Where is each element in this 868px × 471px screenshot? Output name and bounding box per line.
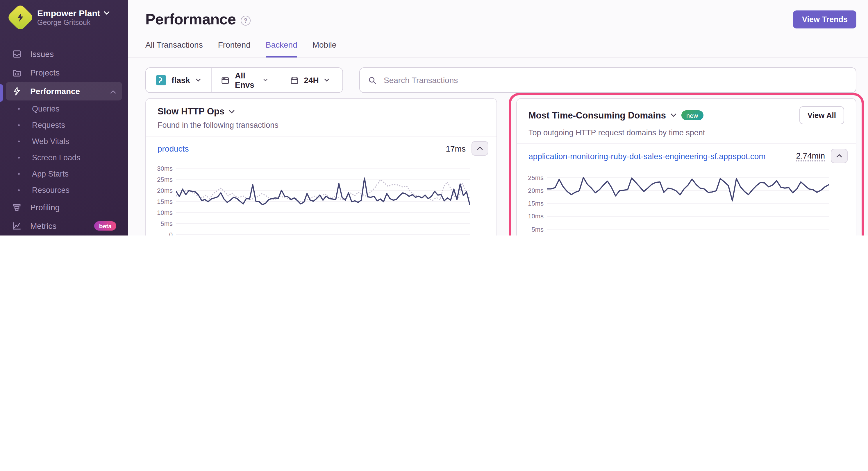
bullet-icon — [18, 157, 20, 158]
sidebar-item-requests[interactable]: Requests — [6, 117, 122, 133]
org-switcher[interactable]: Empower Plant George Gritsouk — [0, 0, 128, 33]
domains-chart: 25ms20ms15ms10ms5ms0 — [517, 168, 856, 236]
lightning-bolt-icon — [15, 12, 26, 23]
search-input[interactable] — [382, 75, 848, 86]
sidebar-item-screen-loads[interactable]: Screen Loads — [6, 149, 122, 166]
sidebar: Empower Plant George Gritsouk Issues Pro… — [0, 0, 128, 236]
filter-bar: flask All Envs 24H — [145, 67, 856, 93]
sidebar-item-profiling[interactable]: Profiling — [6, 198, 122, 216]
domains-panel-subtitle: Top outgoing HTTP request domains by tim… — [528, 128, 844, 137]
tab-all-transactions[interactable]: All Transactions — [145, 40, 203, 58]
org-user: George Gritsouk — [37, 19, 110, 27]
search-transactions-box — [359, 67, 856, 93]
sidebar-item-label: Screen Loads — [32, 153, 81, 162]
sidebar-item-projects[interactable]: Projects — [6, 63, 122, 82]
bullet-icon — [18, 173, 20, 174]
beta-badge: beta — [94, 221, 116, 231]
projects-icon — [12, 67, 22, 78]
chevron-down-icon — [228, 109, 235, 113]
collapse-row-button[interactable] — [471, 141, 488, 156]
slow-http-ops-panel: Slow HTTP Ops Found in the following tra… — [145, 98, 497, 236]
most-time-consuming-domains-panel: Most Time-Consuming Domains new View All… — [516, 98, 856, 236]
window-icon — [221, 76, 230, 85]
slow-http-ops-subtitle: Found in the following transactions — [158, 121, 485, 130]
help-circle-icon[interactable]: ? — [240, 15, 250, 25]
chevron-up-icon — [110, 87, 116, 96]
tab-bar: All Transactions Frontend Backend Mobile — [145, 40, 856, 58]
sidebar-nav: Issues Projects Performance Queries Requ… — [0, 33, 128, 236]
sidebar-item-issues[interactable]: Issues — [6, 45, 122, 63]
time-spent-value: 2.74min — [796, 151, 825, 161]
sidebar-item-performance[interactable]: Performance — [6, 82, 122, 100]
bullet-icon — [18, 108, 20, 109]
date-range-filter-value: 24H — [304, 75, 319, 85]
performance-icon — [12, 86, 22, 96]
org-name: Empower Plant — [37, 8, 100, 18]
bullet-icon — [18, 189, 20, 191]
view-trends-button[interactable]: View Trends — [793, 10, 856, 29]
sidebar-item-label: Web Vitals — [32, 137, 69, 145]
domain-row: application-monitoring-ruby-dot-sales-en… — [517, 144, 856, 168]
active-indicator — [0, 84, 3, 102]
sidebar-item-label: Issues — [30, 49, 54, 59]
metrics-icon — [12, 221, 22, 231]
domains-panel-title[interactable]: Most Time-Consuming Domains — [528, 110, 676, 121]
page-content: flask All Envs 24H — [128, 58, 868, 236]
search-icon — [368, 76, 377, 85]
transaction-row-products: products 17ms — [146, 136, 496, 160]
profiling-icon — [12, 202, 22, 212]
chevron-down-icon — [104, 11, 110, 15]
sidebar-item-label: Resources — [32, 186, 69, 194]
duration-value: 17ms — [446, 144, 466, 153]
date-range-filter[interactable]: 24H — [277, 68, 342, 92]
chevron-down-icon — [195, 78, 201, 82]
y-axis: 25ms20ms15ms10ms5ms0 — [522, 174, 547, 236]
sidebar-item-label: App Starts — [32, 169, 69, 178]
sidebar-item-web-vitals[interactable]: Web Vitals — [6, 133, 122, 149]
project-filter-value: flask — [172, 75, 190, 85]
chevron-down-icon — [670, 113, 676, 117]
calendar-icon — [290, 76, 299, 85]
flask-project-icon — [156, 75, 166, 86]
sidebar-item-label: Requests — [32, 121, 65, 129]
domain-link[interactable]: application-monitoring-ruby-dot-sales-en… — [528, 151, 766, 161]
transaction-link[interactable]: products — [158, 144, 189, 153]
app-window: Empower Plant George Gritsouk Issues Pro… — [0, 0, 868, 236]
tab-frontend[interactable]: Frontend — [218, 40, 251, 58]
view-all-button[interactable]: View All — [799, 106, 844, 124]
sidebar-item-queries[interactable]: Queries — [6, 100, 122, 117]
issues-icon — [12, 49, 22, 59]
chevron-down-icon — [264, 78, 268, 82]
org-logo — [6, 3, 34, 31]
page-header: Performance ? View Trends All Transactio… — [128, 0, 868, 58]
sidebar-item-resources[interactable]: Resources — [6, 182, 122, 198]
slow-http-ops-chart: 30ms25ms20ms15ms10ms5ms0 — [146, 160, 496, 236]
sidebar-item-app-starts[interactable]: App Starts — [6, 166, 122, 182]
tab-mobile[interactable]: Mobile — [312, 40, 337, 58]
sidebar-item-label: Projects — [30, 68, 60, 77]
new-badge: new — [681, 110, 703, 120]
sidebar-item-label: Performance — [30, 87, 80, 96]
sidebar-item-replays[interactable]: Replays — [6, 235, 122, 236]
sidebar-item-metrics[interactable]: Metrics beta — [6, 216, 122, 235]
main-area: Performance ? View Trends All Transactio… — [128, 0, 868, 236]
y-axis: 30ms25ms20ms15ms10ms5ms0 — [151, 166, 176, 236]
sidebar-item-label: Metrics — [30, 221, 56, 231]
page-filter-bar: flask All Envs 24H — [145, 67, 343, 93]
environment-filter[interactable]: All Envs — [211, 68, 277, 92]
bullet-icon — [18, 124, 20, 126]
sidebar-item-label: Profiling — [30, 203, 60, 212]
bullet-icon — [18, 140, 20, 142]
page-title: Performance ? — [145, 10, 250, 29]
chevron-down-icon — [324, 78, 330, 82]
environment-filter-value: All Envs — [235, 71, 258, 90]
tab-backend[interactable]: Backend — [266, 40, 298, 58]
slow-http-ops-title[interactable]: Slow HTTP Ops — [158, 106, 235, 117]
project-filter[interactable]: flask — [146, 68, 211, 92]
sidebar-item-label: Queries — [32, 104, 60, 113]
collapse-row-button[interactable] — [831, 149, 848, 163]
